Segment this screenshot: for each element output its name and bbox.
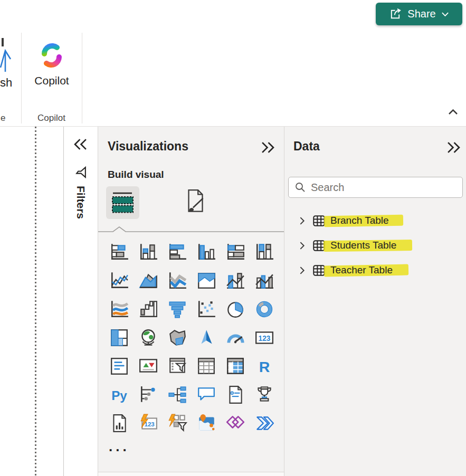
viz-python-visual[interactable]: Py (109, 384, 130, 405)
viz-100-stacked-area-chart[interactable] (196, 270, 217, 291)
viz-pie-chart[interactable] (225, 299, 246, 320)
viz-gauge[interactable] (225, 327, 246, 348)
search-icon (295, 182, 306, 193)
collapse-data-chevron-right-icon[interactable] (447, 141, 460, 154)
tab-separator-caret (98, 226, 284, 233)
viz-stacked-bar-chart[interactable] (109, 242, 130, 263)
copilot-icon (40, 43, 64, 68)
filters-pane-label[interactable]: Filters (74, 186, 87, 219)
search-input[interactable] (311, 182, 456, 194)
visualizations-pane-title: Visualizations (108, 139, 188, 154)
viz-pane-section-divider (98, 472, 284, 476)
viz-kpi[interactable] (138, 356, 159, 377)
copilot-button-label: Copilot (34, 74, 69, 87)
chevron-down-icon (441, 11, 449, 17)
viz-arcgis-map[interactable] (196, 413, 217, 434)
build-visual-label: Build visual (108, 169, 164, 180)
publish-icon (0, 37, 13, 75)
build-visual-icon (110, 190, 136, 216)
publish-button[interactable]: sh (0, 37, 16, 95)
filters-pane-collapsed: Filters (63, 127, 98, 476)
copilot-button[interactable]: Copilot (22, 37, 82, 96)
visualizations-pane: Visualizations Build visual (98, 127, 284, 476)
table-icon (313, 215, 325, 226)
viz-funnel-chart[interactable] (167, 299, 188, 320)
expand-filters-chevron-left-icon[interactable] (74, 138, 87, 150)
viz-decomposition-tree[interactable] (167, 384, 188, 405)
table-row-teacher[interactable]: Teacher Table (284, 262, 466, 278)
viz-metrics[interactable] (254, 384, 275, 405)
svg-text:123: 123 (259, 335, 271, 342)
chevron-right-icon[interactable] (299, 241, 306, 250)
viz-matrix[interactable] (225, 356, 246, 377)
data-pane: Data Branch Table Students Table (284, 127, 466, 476)
collapse-ribbon-chevron-up-icon[interactable] (448, 109, 458, 115)
table-name: Teacher Table (330, 264, 393, 276)
filter-funnel-icon (74, 166, 88, 179)
viz-area-chart[interactable] (138, 270, 159, 291)
viz-table[interactable] (196, 356, 217, 377)
viz-stacked-area-chart[interactable] (167, 270, 188, 291)
chevron-right-icon[interactable] (299, 266, 306, 275)
more-visuals-button[interactable]: ... (109, 441, 130, 452)
viz-key-influencers[interactable] (138, 384, 159, 405)
viz-line-chart[interactable] (109, 270, 130, 291)
ribbon: sh Copilot e Copilot (0, 0, 466, 127)
copilot-group-label: Copilot (21, 113, 82, 127)
chevron-right-icon[interactable] (299, 216, 306, 225)
viz-power-automate[interactable] (254, 413, 275, 434)
viz-treemap[interactable] (109, 327, 130, 348)
viz-100-stacked-column-chart[interactable] (254, 242, 275, 263)
table-name: Branch Table (330, 215, 389, 226)
share-button[interactable]: Share (376, 3, 462, 25)
viz-donut-chart[interactable] (254, 299, 275, 320)
viz-ribbon-chart[interactable] (109, 299, 130, 320)
viz-map[interactable] (138, 327, 159, 348)
share-group-label: e (1, 113, 5, 127)
viz-paginated-report[interactable] (109, 413, 130, 434)
svg-text:R: R (259, 358, 270, 375)
viz-line-and-stacked-column-chart[interactable] (225, 270, 246, 291)
svg-text:Py: Py (111, 388, 127, 403)
tab-format-visual-paintbrush-icon[interactable] (182, 188, 209, 215)
viz-filled-map[interactable] (167, 327, 188, 348)
viz-stacked-column-chart[interactable] (138, 242, 159, 263)
viz-clustered-column-chart[interactable] (196, 242, 217, 263)
data-pane-title: Data (293, 139, 320, 154)
viz-slicer-new[interactable] (167, 413, 188, 434)
viz-qa-visual[interactable] (196, 384, 217, 405)
viz-r-script-visual[interactable]: R (254, 356, 275, 377)
viz-card-new[interactable]: 123 (138, 413, 159, 434)
collapse-visualizations-chevron-right-icon[interactable] (261, 141, 274, 154)
viz-waterfall-chart[interactable] (138, 299, 159, 320)
share-icon (389, 7, 402, 21)
viz-clustered-bar-chart[interactable] (167, 242, 188, 263)
table-icon (313, 265, 325, 276)
table-row-branch[interactable]: Branch Table (284, 213, 466, 229)
share-button-label: Share (407, 8, 435, 20)
visual-gallery: 123 R Py 123 (109, 242, 275, 434)
viz-power-apps[interactable] (225, 413, 246, 434)
viz-100-stacked-bar-chart[interactable] (225, 242, 246, 263)
powerbi-window: sh Copilot e Copilot (0, 0, 466, 476)
viz-smart-narrative[interactable] (225, 384, 246, 405)
report-canvas[interactable] (0, 127, 63, 476)
tab-build-visual[interactable] (106, 186, 139, 219)
viz-azure-map[interactable] (196, 327, 217, 348)
viz-card[interactable]: 123 (254, 327, 275, 348)
viz-scatter-chart[interactable] (196, 299, 217, 320)
ribbon-group-divider (82, 33, 82, 123)
data-search-box[interactable] (288, 177, 463, 198)
table-name: Students Table (330, 240, 396, 251)
viz-multi-row-card[interactable] (109, 356, 130, 377)
canvas-edge-dotted-guide (35, 127, 36, 476)
viz-line-and-clustered-column-chart[interactable] (254, 270, 275, 291)
publish-label: sh (0, 76, 12, 90)
viz-slicer[interactable] (167, 356, 188, 377)
table-row-students[interactable]: Students Table (284, 237, 466, 253)
